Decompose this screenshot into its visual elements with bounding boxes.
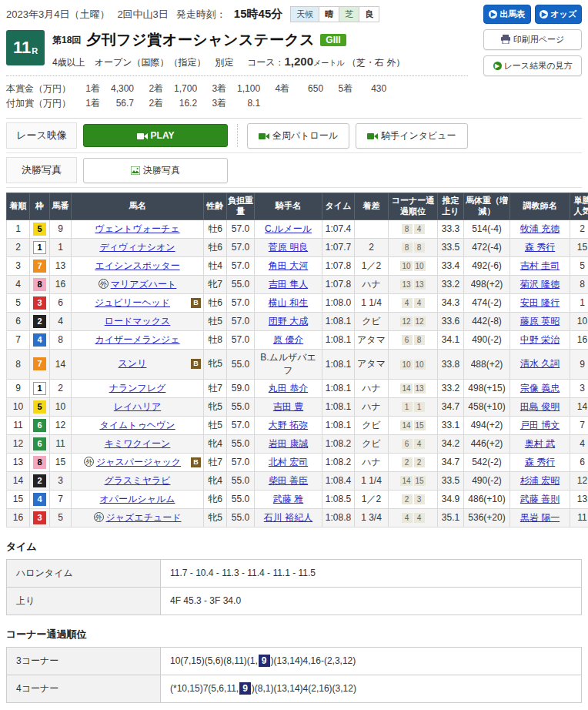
jockey-link[interactable]: 角田 大河 <box>269 260 308 271</box>
finish-photo-button[interactable]: 決勝写真 <box>83 158 228 183</box>
jockey-link[interactable]: 団野 大成 <box>269 316 308 327</box>
winner-highlight: 9 <box>239 682 251 695</box>
trainer-link[interactable]: 戸田 博文 <box>520 420 560 430</box>
furlong-time-label: ハロンタイム <box>7 559 161 587</box>
win-favorite-rank: 11 <box>570 508 588 527</box>
jockey-link[interactable]: 菅原 明良 <box>269 242 308 253</box>
last-3f: 35.1 <box>438 508 464 527</box>
horse-link[interactable]: ジャスパージャック <box>96 457 181 467</box>
result-row: 3713エイシンスポッター牡457.0角田 大河1:07.81／2101033.… <box>7 256 588 275</box>
horse-link[interactable]: スンリ <box>119 358 147 369</box>
trainer-link[interactable]: 黒岩 陽一 <box>520 512 560 523</box>
horse-link[interactable]: ジュビリーヘッド <box>95 297 170 308</box>
race-date: 2023年3月4日（土曜） <box>6 8 109 22</box>
jockey-link[interactable]: 石川 裕紀人 <box>264 512 312 523</box>
corner-position-badge: 4 <box>414 513 425 523</box>
trainer-link[interactable]: 奥村 武 <box>525 438 555 449</box>
margin: 1 3/4 <box>355 508 389 527</box>
bracket-number: 7 <box>30 349 50 379</box>
corner-position-badge: 15 <box>414 420 426 430</box>
finish-position: 10 <box>7 397 30 416</box>
video-camera-icon <box>367 132 378 140</box>
trainer-link[interactable]: 藤原 英昭 <box>520 316 560 327</box>
corner-position-badge: 4 <box>402 513 413 523</box>
horse-link[interactable]: レイハリア <box>114 401 161 412</box>
corner-position-badge: 2 <box>402 494 413 504</box>
patrol-video-button[interactable]: 全周パトロール <box>247 123 349 149</box>
finish-time: 1:07.8 <box>322 275 355 293</box>
trainer-link[interactable]: 安田 隆行 <box>520 297 560 308</box>
corner-position-badge: 12 <box>414 316 426 327</box>
jockey-link[interactable]: 北村 宏司 <box>269 457 308 467</box>
horse-link[interactable]: カイザーメランジェ <box>95 334 179 345</box>
finish-time: 1:08.0 <box>322 293 355 312</box>
jockey-link[interactable]: 吉田 隼人 <box>269 279 308 290</box>
bracket-badge: 3 <box>33 511 46 524</box>
column-header: 着差 <box>355 193 389 220</box>
trainer-link[interactable]: 田島 俊明 <box>520 401 560 412</box>
trainer-link[interactable]: 宗像 義忠 <box>520 383 560 394</box>
jockey-link[interactable]: 柴田 善臣 <box>269 475 308 486</box>
jockey-link[interactable]: 丸田 恭介 <box>269 383 308 394</box>
finish-photo-label: 決勝写真 <box>6 157 77 183</box>
trainer-link[interactable]: 中野 栄治 <box>520 334 560 345</box>
trainer-link[interactable]: 牧浦 充徳 <box>520 223 560 234</box>
print-page-button[interactable]: 印刷用ページ <box>483 29 582 50</box>
horse-link[interactable]: キミワクイーン <box>105 438 171 449</box>
bracket-badge: 4 <box>33 333 46 347</box>
sex-age: 牡6 <box>204 219 227 238</box>
horse-link[interactable]: タイムトゥヘヴン <box>99 420 175 430</box>
jockey-link[interactable]: 大野 拓弥 <box>269 420 308 430</box>
horse-name-cell: グラスミヤラビ <box>72 471 204 490</box>
finish-time: 1:08.1 <box>322 349 355 379</box>
corner-position-badge: 14 <box>400 476 412 486</box>
corner-position-badge: 8 <box>414 243 425 253</box>
corner-position-badge: 13 <box>414 280 426 290</box>
horse-weight: 514(-4) <box>464 219 510 238</box>
column-header: 枠 <box>30 193 50 220</box>
horse-weight: 442(-8) <box>464 312 510 330</box>
jockey-link[interactable]: C.ルメール <box>265 223 312 234</box>
trainer-link[interactable]: 吉村 圭司 <box>520 260 560 271</box>
sex-age: 牡6 <box>204 238 227 256</box>
jockey-link[interactable]: 吉田 豊 <box>273 401 303 412</box>
horse-weight: 486(+10) <box>464 490 510 508</box>
horse-link[interactable]: ナランフレグ <box>109 383 166 394</box>
jockey-link[interactable]: 横山 和生 <box>269 297 308 308</box>
trainer-link[interactable]: 清水 久詞 <box>520 358 560 369</box>
bracket-badge: 1 <box>33 241 46 254</box>
trainer-link[interactable]: 菊沢 隆徳 <box>520 279 560 290</box>
column-header: 負担重量 <box>227 193 255 220</box>
how-to-read-button[interactable]: ▶レース結果の見方 <box>483 55 582 76</box>
play-button[interactable]: PLAY <box>83 124 228 147</box>
trainer-link[interactable]: 森 秀行 <box>525 242 555 253</box>
column-header: 馬番 <box>50 193 72 220</box>
jockey-interview-button[interactable]: 騎手インタビュー <box>356 123 467 149</box>
odds-button[interactable]: ▶オッズ <box>535 5 583 24</box>
horse-link[interactable]: エイシンスポッター <box>95 260 179 271</box>
trainer-link[interactable]: 武藤 善則 <box>520 494 560 504</box>
horse-link[interactable]: ジャズエチュード <box>106 512 182 523</box>
win-favorite-rank: 4 <box>570 434 588 453</box>
horse-link[interactable]: オパールシャルム <box>100 494 175 504</box>
bracket-badge: 7 <box>33 260 46 273</box>
trainer-link[interactable]: 森 秀行 <box>525 457 555 467</box>
trainer-link[interactable]: 杉浦 宏昭 <box>520 475 560 486</box>
horse-link[interactable]: ヴェントヴォーチェ <box>95 223 179 234</box>
finish-position: 11 <box>7 416 30 434</box>
horse-link[interactable]: ディヴィナシオン <box>99 242 175 253</box>
corner-positions: 88 <box>389 238 438 256</box>
horse-link[interactable]: グラスミヤラビ <box>105 475 171 486</box>
entry-table-button[interactable]: ▶出馬表 <box>483 5 531 24</box>
horse-link[interactable]: ロードマックス <box>105 316 171 327</box>
printer-icon <box>501 35 510 44</box>
horse-number: 14 <box>50 349 72 379</box>
jockey-cell: 横山 和生 <box>255 293 322 312</box>
jockey-cell: 柴田 善臣 <box>255 471 322 490</box>
horse-name-cell: 外マリアズハート <box>72 275 204 293</box>
jockey-link[interactable]: 原 優介 <box>273 334 303 345</box>
jockey-link[interactable]: 岩田 康誠 <box>269 438 308 449</box>
corner3-label: 3コーナー <box>7 647 161 675</box>
jockey-link[interactable]: 武藤 雅 <box>273 494 303 504</box>
horse-link[interactable]: マリアズハート <box>111 279 177 290</box>
